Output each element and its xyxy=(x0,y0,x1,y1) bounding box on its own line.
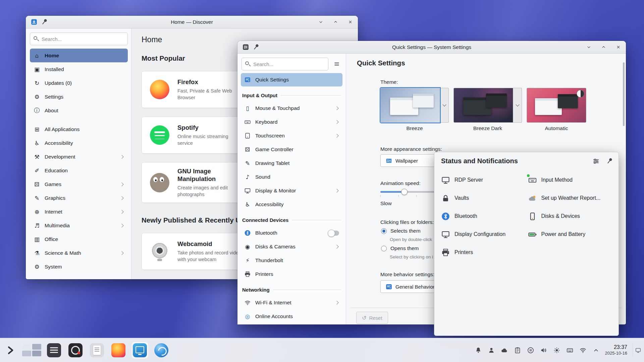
show-desktop-icon xyxy=(635,347,641,354)
maximize-button[interactable] xyxy=(332,19,338,25)
theme-option[interactable]: Automatic xyxy=(527,88,586,131)
sidebar-item[interactable]: ◉ Disks & Cameras xyxy=(241,240,342,253)
taskbar-app-button[interactable] xyxy=(67,342,84,359)
sidebar-item[interactable]: ⌂ Home xyxy=(30,49,128,62)
sidebar-item[interactable]: ✎ Graphics xyxy=(30,191,128,205)
sidebar-item[interactable]: Keyboard xyxy=(241,115,342,129)
status-item[interactable]: Bluetooth xyxy=(441,212,528,221)
sidebar-item[interactable]: ⚙ Settings xyxy=(30,90,128,104)
scrollbar[interactable] xyxy=(623,62,625,126)
radio-selects-them[interactable]: Selects them xyxy=(381,228,421,234)
taskbar-app-button[interactable] xyxy=(88,342,106,359)
pin-icon[interactable] xyxy=(40,17,49,26)
status-item[interactable]: Printers xyxy=(441,248,528,257)
maximize-button[interactable] xyxy=(600,44,606,50)
status-item[interactable]: Power and Battery xyxy=(528,230,615,239)
sidebar-item[interactable]: Touchscreen xyxy=(241,129,342,142)
theme-thumbnail[interactable] xyxy=(527,88,586,123)
settings-search[interactable] xyxy=(241,58,328,70)
sidebar-item[interactable]: ♪ Sound xyxy=(241,170,342,184)
tray-icon-button[interactable] xyxy=(487,346,496,355)
desktop-3[interactable] xyxy=(22,351,31,356)
tray-icon-button[interactable] xyxy=(526,346,535,355)
tray-icon-button[interactable] xyxy=(513,346,522,355)
slider-handle[interactable] xyxy=(401,189,408,195)
sidebar-item[interactable]: ◎ Online Accounts xyxy=(241,310,342,323)
theme-option[interactable]: Breeze Dark xyxy=(453,88,522,131)
show-desktop-button[interactable] xyxy=(633,344,641,357)
tray-icon-button[interactable] xyxy=(539,346,548,355)
sidebar-item[interactable]: ↻ Updates (0) xyxy=(30,76,128,90)
pin-icon[interactable] xyxy=(252,43,260,51)
discover-titlebar[interactable]: Home — Discover xyxy=(26,16,358,28)
tray-icon-button[interactable] xyxy=(592,346,600,355)
sidebar-item[interactable]: ⚄ Game Controller xyxy=(241,143,342,156)
taskbar-app-button[interactable] xyxy=(131,342,149,359)
sidebar-item[interactable]: ⊕ Internet xyxy=(30,205,128,219)
theme-dropdown-button[interactable] xyxy=(440,88,449,123)
sidebar-item[interactable]: ⊞ All Applications xyxy=(30,122,128,136)
configure-icon[interactable] xyxy=(592,158,600,165)
discover-search[interactable] xyxy=(30,33,128,45)
sidebar-item[interactable]: ⚗ Science & Math xyxy=(30,246,128,260)
system-settings-titlebar[interactable]: Quick Settings — System Settings xyxy=(237,41,626,54)
sidebar-item[interactable]: ✎ Drawing Tablet xyxy=(241,157,342,170)
tray-icon-button[interactable] xyxy=(579,346,587,355)
minimize-button[interactable] xyxy=(318,19,324,25)
reset-button[interactable]: ↺ Reset xyxy=(356,312,388,324)
tray-icon-button[interactable] xyxy=(500,346,509,355)
sidebar-item[interactable]: Wi-Fi & Internet xyxy=(241,296,342,309)
sidebar-item[interactable]: ♿ Accessibility xyxy=(241,198,342,211)
clock[interactable]: 23:37 2025-10-16 xyxy=(605,344,628,356)
sidebar-item[interactable]: ▥ Office xyxy=(30,232,128,246)
status-item[interactable]: Vaults xyxy=(441,194,528,203)
pin-icon[interactable] xyxy=(605,157,614,165)
sidebar-item[interactable]: ♬ Multimedia xyxy=(30,219,128,232)
status-item[interactable]: RDP Server xyxy=(441,176,528,185)
search-input[interactable] xyxy=(241,58,328,70)
radio-icon[interactable] xyxy=(381,228,387,234)
sidebar-item[interactable]: ▣ Installed xyxy=(30,62,128,76)
taskbar-app-button[interactable] xyxy=(153,342,170,359)
minimize-button[interactable] xyxy=(586,44,592,50)
webcamoid-icon xyxy=(150,242,169,261)
status-item[interactable]: Input Method xyxy=(528,176,615,185)
search-input[interactable] xyxy=(30,33,128,45)
tray-icon-button[interactable] xyxy=(552,346,561,355)
tray-icon-button[interactable] xyxy=(566,346,574,355)
desktop-4[interactable] xyxy=(32,351,41,356)
sidebar-item[interactable]: ⓘ About xyxy=(30,104,128,117)
bluetooth-toggle[interactable] xyxy=(328,231,339,236)
status-item-label: Power and Battery xyxy=(541,231,586,237)
sidebar-item[interactable]: ✐ Education xyxy=(30,164,128,177)
theme-option[interactable]: Breeze xyxy=(380,88,449,131)
sidebar-item[interactable]: ⚒ Development xyxy=(30,150,128,164)
status-item[interactable]: Set up Weather Report... xyxy=(528,194,615,203)
sidebar-item[interactable]: Bluetooth xyxy=(241,226,342,240)
desktop-2[interactable] xyxy=(32,344,41,350)
tray-icon-button[interactable] xyxy=(474,346,483,355)
theme-thumbnail[interactable] xyxy=(453,88,513,123)
sidebar-item[interactable]: Display & Monitor xyxy=(241,184,342,197)
hamburger-menu-button[interactable] xyxy=(331,58,342,70)
taskbar-app-button[interactable] xyxy=(110,342,127,359)
desktop-1[interactable] xyxy=(22,344,31,350)
close-button[interactable] xyxy=(347,19,353,25)
close-button[interactable] xyxy=(615,44,621,50)
radio-icon[interactable] xyxy=(381,246,387,251)
sidebar-item[interactable]: ⚄ Games xyxy=(30,177,128,191)
radio-opens-them[interactable]: Opens them xyxy=(381,245,419,251)
app-launcher-button[interactable] xyxy=(3,343,18,358)
theme-dropdown-button[interactable] xyxy=(513,88,522,123)
status-item[interactable]: Disks & Devices xyxy=(528,212,615,221)
status-item[interactable]: Display Configuration xyxy=(441,230,528,239)
taskbar-app-button[interactable] xyxy=(45,342,63,359)
sidebar-item[interactable]: Printers xyxy=(241,267,342,281)
sidebar-item[interactable]: ▯ Mouse & Touchpad xyxy=(241,102,342,115)
virtual-desktop-pager[interactable] xyxy=(22,344,41,356)
theme-thumbnail[interactable] xyxy=(380,88,440,123)
sidebar-item[interactable]: ⚡ Thunderbolt xyxy=(241,254,342,267)
sidebar-item[interactable]: Quick Settings xyxy=(241,73,342,86)
sidebar-item[interactable]: ♿ Accessibility xyxy=(30,136,128,150)
sidebar-item[interactable]: ⚙ System xyxy=(30,260,128,274)
